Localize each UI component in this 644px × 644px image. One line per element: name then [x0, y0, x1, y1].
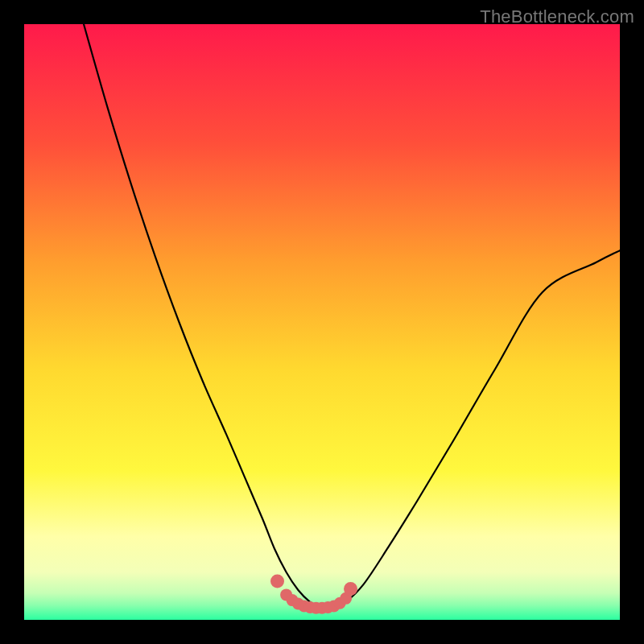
gradient-background — [24, 24, 620, 620]
chart-plot-area — [24, 24, 620, 620]
bottom-marker — [344, 582, 357, 596]
chart-svg — [24, 24, 620, 620]
bottom-marker — [270, 574, 284, 588]
watermark-text: TheBottleneck.com — [480, 6, 634, 27]
chart-frame: TheBottleneck.com — [0, 0, 644, 644]
